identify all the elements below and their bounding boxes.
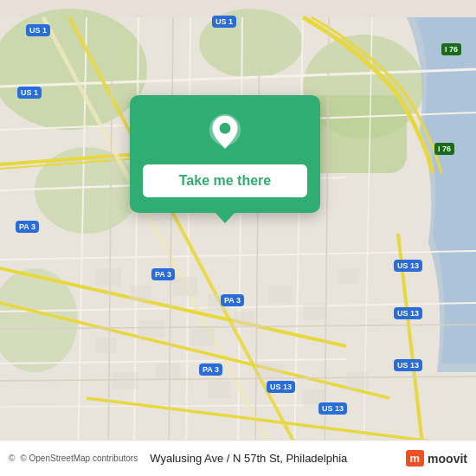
take-me-there-button[interactable]: Take me there — [143, 164, 307, 197]
svg-rect-43 — [303, 303, 325, 319]
badge-us13-5: US 13 — [318, 402, 347, 415]
svg-rect-46 — [156, 363, 180, 379]
badge-us1-2: US 1 — [17, 87, 42, 99]
bottom-left-section: © © OpenStreetMap contributors Wyalusing… — [9, 452, 347, 465]
location-label: Wyalusing Ave / N 57th St, Philadelphia — [150, 452, 347, 465]
bottom-bar: © © OpenStreetMap contributors Wyalusing… — [0, 440, 476, 476]
svg-rect-48 — [260, 363, 284, 379]
svg-rect-47 — [208, 381, 230, 398]
badge-pa3-4: PA 3 — [199, 363, 222, 376]
badge-us13-3: US 13 — [394, 359, 422, 371]
svg-rect-40 — [190, 329, 215, 346]
badge-pa3-3: PA 3 — [221, 294, 244, 306]
svg-rect-45 — [113, 372, 138, 389]
badge-us13-2: US 13 — [394, 307, 422, 319]
badge-pa3-2: PA 3 — [151, 268, 175, 280]
svg-rect-44 — [338, 268, 358, 284]
moovit-wordmark: moovit — [428, 452, 467, 466]
osm-attribution: © OpenStreetMap contributors — [20, 453, 138, 463]
badge-us13-1: US 13 — [394, 260, 422, 272]
moovit-logo: m moovit — [406, 450, 467, 466]
svg-rect-42 — [268, 286, 293, 303]
badge-us1-3: US 1 — [212, 16, 236, 28]
badge-i76-2: I 76 — [434, 143, 454, 155]
svg-rect-35 — [130, 286, 151, 301]
badge-i76-1: I 76 — [441, 43, 461, 55]
svg-rect-41 — [234, 312, 254, 327]
location-card: Take me there — [130, 95, 320, 213]
svg-point-53 — [220, 123, 231, 134]
svg-rect-50 — [346, 372, 369, 389]
badge-us13-4: US 13 — [267, 381, 295, 393]
map-container: US 1 US 1 US 1 PA 3 PA 3 PA 3 PA 3 I 76 … — [0, 0, 476, 476]
svg-rect-36 — [173, 277, 197, 296]
badge-us1-1: US 1 — [26, 24, 50, 36]
map-pin-icon — [203, 113, 247, 156]
svg-rect-39 — [95, 338, 117, 353]
badge-pa3-1: PA 3 — [16, 221, 39, 233]
moovit-letter: m — [406, 450, 425, 466]
svg-rect-38 — [138, 320, 164, 338]
svg-rect-34 — [95, 268, 121, 286]
copyright-symbol: © — [9, 453, 15, 463]
